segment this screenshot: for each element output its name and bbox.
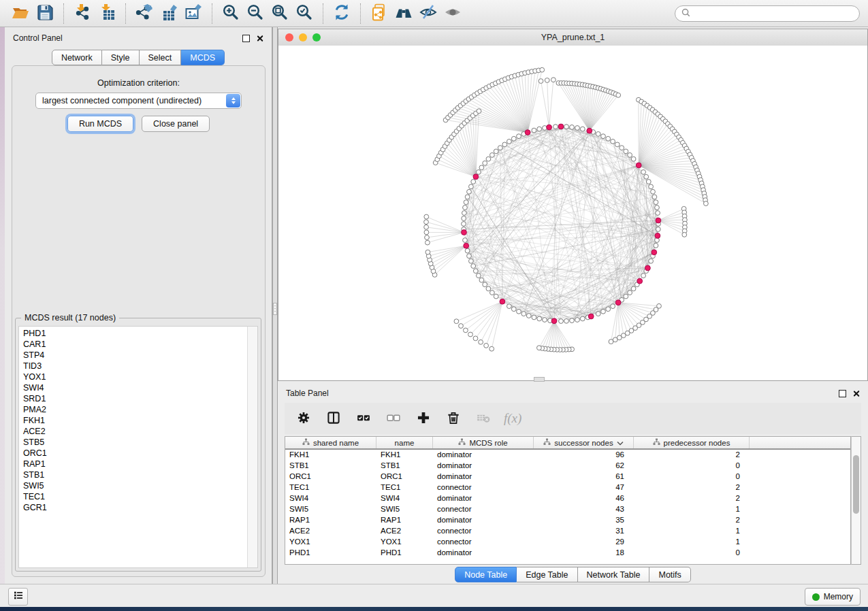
save-button[interactable] <box>33 3 57 24</box>
result-node-item[interactable]: YOX1 <box>23 371 247 382</box>
table-tabs: Node TableEdge TableNetwork TableMotifs <box>278 567 868 582</box>
result-node-item[interactable]: RAP1 <box>23 459 247 469</box>
hide-details-button[interactable] <box>416 3 440 24</box>
table-row[interactable]: TEC1TEC1connector472 <box>285 482 850 493</box>
result-node-item[interactable]: STB1 <box>23 469 247 480</box>
result-node-item[interactable]: STP4 <box>23 350 247 361</box>
float-panel-icon[interactable] <box>242 35 250 42</box>
cell-shared-name: SWI5 <box>285 504 376 515</box>
export-network-button[interactable] <box>132 3 157 24</box>
delete-table-disabled-button <box>474 409 493 428</box>
result-node-item[interactable]: SWI5 <box>23 480 247 491</box>
select-all-button[interactable] <box>354 409 373 428</box>
result-node-item[interactable]: ACE2 <box>23 426 247 437</box>
splitter-handle-icon[interactable] <box>273 303 277 315</box>
result-node-item[interactable]: FKH1 <box>23 415 247 426</box>
app-window: Control Panel NetworkStyleSelectMCDS Opt… <box>0 0 868 611</box>
panel-splitter[interactable] <box>272 27 278 584</box>
delete-row-button[interactable] <box>444 409 463 428</box>
cell-shared-name: FKH1 <box>285 450 376 461</box>
import-network-button[interactable] <box>70 3 95 24</box>
export-table-button[interactable] <box>157 3 181 24</box>
table-row[interactable]: PHD1PHD1dominator180 <box>285 548 850 559</box>
import-table-button[interactable] <box>95 3 119 24</box>
cell-predecessor-nodes: 1 <box>634 504 750 515</box>
optimization-criterion-label: Optimization criterion: <box>12 78 265 88</box>
task-history-button[interactable] <box>8 588 28 606</box>
table-row[interactable]: STB1STB1dominator620 <box>285 461 850 472</box>
mcds-tab-pane: Optimization criterion: largest connecte… <box>12 65 266 577</box>
column-panel-button[interactable] <box>324 409 343 428</box>
table-tab-motifs[interactable]: Motifs <box>649 567 690 582</box>
table-row[interactable]: SWI5SWI5connector431 <box>285 504 850 515</box>
table-row[interactable]: RAP1RAP1dominator352 <box>285 515 850 526</box>
binoculars-button[interactable] <box>391 3 416 24</box>
result-node-item[interactable]: TID3 <box>23 361 247 371</box>
column-header-predecessor-nodes[interactable]: predecessor nodes <box>634 437 750 448</box>
column-header-name[interactable]: name <box>376 437 433 448</box>
tab-mcds[interactable]: MCDS <box>181 50 225 65</box>
add-row-button[interactable] <box>414 409 433 428</box>
open-file-button[interactable] <box>8 3 33 24</box>
export-image-button[interactable] <box>181 3 206 24</box>
tab-select[interactable]: Select <box>140 50 182 65</box>
table-row[interactable]: ACE2ACE2connector311 <box>285 526 850 537</box>
maximize-window-icon[interactable] <box>312 33 321 42</box>
table-scrollbar[interactable] <box>851 436 861 565</box>
result-node-item[interactable]: PMA2 <box>23 404 247 415</box>
close-panel-button[interactable]: Close panel <box>142 116 210 132</box>
tab-network[interactable]: Network <box>52 50 102 65</box>
table-tab-network-table[interactable]: Network Table <box>578 567 650 582</box>
close-panel-icon[interactable] <box>256 35 263 42</box>
cell-shared-name: PHD1 <box>285 548 376 559</box>
tab-style[interactable]: Style <box>102 50 140 65</box>
table-scrollbar-thumb[interactable] <box>853 455 859 514</box>
deselect-all-button[interactable] <box>384 409 403 428</box>
table-tab-node-table[interactable]: Node Table <box>455 567 517 582</box>
run-mcds-button[interactable]: Run MCDS <box>67 116 133 132</box>
zoom-out-button[interactable] <box>243 3 268 24</box>
result-node-item[interactable]: SWI4 <box>23 382 247 393</box>
sort-desc-icon <box>617 439 624 447</box>
result-node-item[interactable]: PHD1 <box>23 328 247 339</box>
memory-button[interactable]: Memory <box>805 588 861 606</box>
float-table-panel-icon[interactable] <box>839 390 846 397</box>
table-row[interactable]: YOX1YOX1connector291 <box>285 537 850 548</box>
delete-row-icon <box>446 410 461 427</box>
cell-shared-name: YOX1 <box>285 537 376 548</box>
close-table-panel-icon[interactable] <box>852 390 860 397</box>
column-header-successor-nodes[interactable]: successor nodes <box>534 437 634 448</box>
column-header-shared-name[interactable]: shared name <box>285 437 376 448</box>
network-canvas[interactable] <box>278 46 867 380</box>
table-row[interactable]: SWI4SWI4dominator462 <box>285 493 850 504</box>
search-box[interactable] <box>675 5 860 22</box>
zoom-fit-button[interactable] <box>268 3 292 24</box>
zoom-in-button[interactable] <box>219 3 243 24</box>
zoom-selected-button[interactable] <box>292 3 317 24</box>
cell-MCDS-role: connector <box>433 482 534 493</box>
network-file-button[interactable] <box>367 3 391 24</box>
result-node-item[interactable]: CAR1 <box>23 339 247 350</box>
result-node-item[interactable]: ORC1 <box>23 448 247 459</box>
horizontal-splitter-handle[interactable] <box>534 377 545 382</box>
close-window-icon[interactable] <box>285 33 293 42</box>
refresh-button[interactable] <box>329 3 354 24</box>
zoom-in-icon <box>222 3 240 23</box>
settings-gear-button[interactable] <box>294 409 313 428</box>
cell-name: RAP1 <box>376 515 433 526</box>
zoom-out-icon <box>246 3 264 23</box>
show-details-button[interactable] <box>440 3 465 24</box>
network-window-titlebar[interactable]: YPA_prune.txt_1 <box>278 29 867 46</box>
result-node-item[interactable]: GCR1 <box>23 502 247 513</box>
search-input[interactable] <box>694 8 853 19</box>
optimization-criterion-select[interactable]: largest connected component (undirected) <box>35 93 242 109</box>
result-node-item[interactable]: TEC1 <box>23 491 247 502</box>
minimize-window-icon[interactable] <box>299 33 307 42</box>
table-tab-edge-table[interactable]: Edge Table <box>517 567 577 582</box>
result-list-scrollbar[interactable] <box>247 327 257 567</box>
table-row[interactable]: FKH1FKH1dominator962 <box>285 450 850 461</box>
table-row[interactable]: ORC1ORC1dominator610 <box>285 472 850 482</box>
result-node-item[interactable]: SRD1 <box>23 393 247 404</box>
result-node-item[interactable]: STB5 <box>23 437 247 448</box>
column-header-MCDS-role[interactable]: MCDS role <box>433 437 534 448</box>
